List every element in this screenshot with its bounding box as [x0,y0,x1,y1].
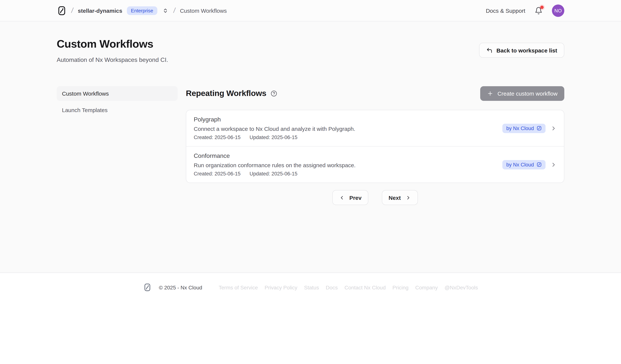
badge-label: by Nx Cloud [506,126,534,131]
workflow-name: Polygraph [194,116,355,123]
workflow-row-polygraph[interactable]: Polygraph Connect a workspace to Nx Clou… [186,110,564,146]
page-root: / stellar-dynamics Enterprise / Custom W… [0,0,621,364]
workflow-description: Connect a workspace to Nx Cloud and anal… [194,126,355,132]
workflow-row-actions: by Nx Cloud [502,160,557,169]
footer-link-docs[interactable]: Docs [326,284,338,290]
header-actions: Docs & Support NO [486,4,564,17]
chevron-left-icon [339,195,345,200]
footer-link-contact[interactable]: Contact Nx Cloud [345,284,386,290]
breadcrumb-workspace[interactable]: stellar-dynamics [78,7,122,14]
prev-label: Prev [349,194,362,201]
next-page-button[interactable]: Next [382,190,418,205]
footer-link-status[interactable]: Status [304,284,319,290]
notification-dot [540,5,544,9]
workflow-list: Polygraph Connect a workspace to Nx Clou… [186,110,564,183]
workflow-name: Conformance [194,153,356,159]
nx-logo-mini-icon [536,126,542,131]
workflow-row-conformance[interactable]: Conformance Run organization conformance… [186,146,564,183]
workflow-row-text: Polygraph Connect a workspace to Nx Clou… [194,116,355,140]
back-button-label: Back to workspace list [497,47,557,53]
back-to-workspace-list-button[interactable]: Back to workspace list [479,43,564,58]
page-subtitle: Automation of Nx Workspaces beyond CI. [57,57,168,63]
create-custom-workflow-button[interactable]: Create custom workflow [480,86,564,101]
page-header: Custom Workflows Automation of Nx Worksp… [57,38,564,63]
workflow-updated: Updated: 2025-06-15 [249,171,297,176]
workflow-row-actions: by Nx Cloud [502,124,557,133]
chevron-right-icon [551,161,557,168]
sidebar-item-custom-workflows[interactable]: Custom Workflows [57,86,178,101]
workflow-row-text: Conformance Run organization conformance… [194,153,356,176]
sidebar: Custom Workflows Launch Templates [57,86,178,117]
repeating-workflows-section: Repeating Workflows [186,86,564,205]
create-button-label: Create custom workflow [498,90,558,97]
pagination: Prev Next [186,190,564,205]
breadcrumb: / stellar-dynamics Enterprise / Custom W… [57,5,227,16]
footer-link-pricing[interactable]: Pricing [392,284,409,290]
footer-link-twitter[interactable]: @NxDevTools [445,284,478,290]
sidebar-item-launch-templates[interactable]: Launch Templates [57,103,178,117]
help-button[interactable] [271,90,277,97]
page-title: Custom Workflows [57,38,168,50]
next-label: Next [389,194,401,201]
footer-link-terms[interactable]: Terms of Service [219,284,258,290]
workflow-description: Run organization conformance rules on th… [194,162,356,168]
workflow-meta: Created: 2025-06-15 Updated: 2025-06-15 [194,171,356,176]
workflow-updated: Updated: 2025-06-15 [249,135,297,140]
nx-footer-logo-icon [143,283,152,292]
nx-logo-mini-icon [536,162,542,167]
workflow-created: Created: 2025-06-15 [194,135,241,140]
page-body: Custom Workflows Automation of Nx Worksp… [0,21,621,272]
footer-link-company[interactable]: Company [415,284,438,290]
chevrons-up-down-icon [163,8,168,13]
plan-badge: Enterprise [127,6,157,15]
breadcrumb-separator: / [71,6,74,15]
badge-label: by Nx Cloud [506,162,534,167]
workflow-meta: Created: 2025-06-15 Updated: 2025-06-15 [194,135,355,140]
help-circle-icon [271,90,277,97]
site-footer: © 2025 - Nx Cloud Terms of Service Priva… [0,272,621,292]
top-nav: / stellar-dynamics Enterprise / Custom W… [0,0,621,21]
workspace-switcher-button[interactable] [162,7,169,14]
section-title: Repeating Workflows [186,89,266,98]
nx-logo-icon[interactable] [57,5,67,16]
corner-up-left-icon [486,47,493,53]
plus-icon [487,90,493,97]
docs-support-link[interactable]: Docs & Support [486,7,525,14]
by-nx-cloud-badge[interactable]: by Nx Cloud [502,124,546,133]
by-nx-cloud-badge[interactable]: by Nx Cloud [502,160,546,169]
breadcrumb-current-page: Custom Workflows [180,7,227,14]
breadcrumb-separator: / [173,6,176,15]
chevron-right-icon [551,125,557,131]
workflow-created: Created: 2025-06-15 [194,171,241,176]
prev-page-button[interactable]: Prev [332,190,368,205]
footer-links: Terms of Service Privacy Policy Status D… [219,284,478,290]
notifications-button[interactable] [535,7,543,15]
chevron-right-icon [405,195,411,200]
copyright-text: © 2025 - Nx Cloud [159,284,202,290]
footer-link-privacy[interactable]: Privacy Policy [265,284,297,290]
user-avatar[interactable]: NO [552,4,564,17]
